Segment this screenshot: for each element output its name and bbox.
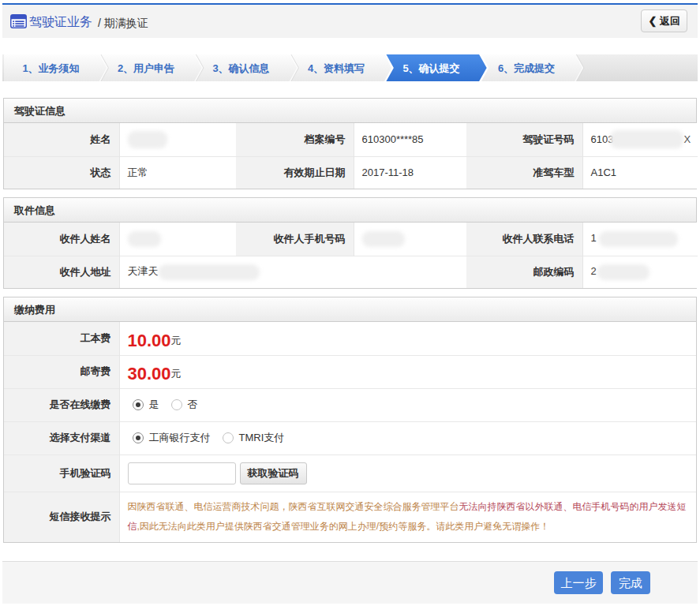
svg-text:5、确认提交: 5、确认提交 (402, 62, 459, 74)
svg-text:2、用户申告: 2、用户申告 (118, 62, 174, 74)
svg-text:6、完成提交: 6、完成提交 (498, 62, 555, 74)
svg-text:4、资料填写: 4、资料填写 (308, 62, 365, 74)
svg-text:1、业务须知: 1、业务须知 (22, 62, 79, 74)
svg-text:3、确认信息: 3、确认信息 (212, 62, 269, 74)
